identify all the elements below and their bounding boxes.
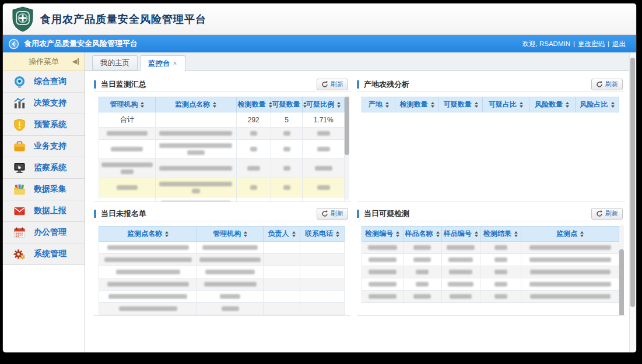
sidebar-item-decision-support[interactable]: 决策支持: [3, 93, 85, 114]
sidebar-item-business-support[interactable]: 业务支持: [3, 136, 85, 157]
redacted-text: [250, 131, 257, 136]
column-header-sortable[interactable]: 监测点名称: [155, 97, 236, 112]
separator: |: [573, 40, 575, 47]
redacted-text: [192, 189, 200, 193]
briefcase-icon: [13, 140, 26, 153]
redacted-text: [107, 131, 148, 136]
sort-icon: [336, 231, 339, 237]
table-row-redacted: [362, 254, 619, 266]
redacted-text: [247, 166, 260, 171]
panel-scrollbar-thumb[interactable]: [345, 97, 349, 155]
sidebar-item-office-management[interactable]: 办公管理: [3, 222, 85, 243]
redacted-text: [448, 257, 473, 262]
redacted-text: [368, 245, 397, 250]
redacted-text: [107, 245, 189, 250]
topbar: 食用农产品质量安全风险管理平台 欢迎, RSADMIN | 更改密码 | 退出: [3, 35, 636, 52]
sidebar-item-label: 办公管理: [34, 227, 66, 238]
redacted-text: [204, 282, 257, 287]
column-header-sortable[interactable]: 监测点名称: [99, 227, 197, 242]
column-header-sortable[interactable]: 管理机构: [99, 97, 156, 112]
column-header-sortable[interactable]: 可疑占比: [483, 97, 529, 112]
sort-icon: [337, 102, 341, 108]
redacted-text: [413, 257, 431, 262]
main-area: 我的主页 监控台 × 当日监测汇总 刷新: [85, 52, 636, 352]
page-scrollbar-thumb[interactable]: [630, 58, 635, 307]
column-header-sortable[interactable]: 检测数量: [395, 97, 439, 112]
column-header-sortable[interactable]: 联系电话: [300, 227, 345, 242]
column-header-sortable[interactable]: 产地: [362, 97, 395, 112]
warning-shield-icon: [13, 118, 26, 132]
back-button[interactable]: [8, 38, 19, 50]
sort-icon: [514, 231, 518, 237]
redacted-text: [220, 294, 240, 299]
refresh-icon: [321, 81, 328, 88]
redacted-text: [283, 147, 290, 151]
sidebar-collapse-button[interactable]: ◀: [72, 58, 79, 65]
sidebar-item-query[interactable]: 综合查询: [3, 71, 85, 93]
refresh-button[interactable]: 刷新: [591, 208, 623, 220]
redacted-text: [202, 245, 258, 250]
sidebar-item-system-management[interactable]: 系统管理: [3, 243, 85, 265]
redacted-text: [416, 282, 429, 287]
panel-scrollbar-track: [345, 96, 349, 200]
change-password-link[interactable]: 更改密码: [578, 40, 605, 48]
sidebar-item-warning-system[interactable]: 预警系统: [3, 114, 85, 136]
table-row-redacted: [99, 303, 345, 315]
sort-icon: [436, 231, 440, 237]
menu-header-label: 操作菜单: [29, 56, 59, 67]
column-header-sortable[interactable]: 风险数量: [529, 97, 575, 112]
refresh-icon: [321, 210, 328, 217]
sidebar-item-supervision-system[interactable]: 监察系统: [3, 157, 85, 179]
column-header-sortable[interactable]: 样品编号: [441, 227, 480, 242]
refresh-button[interactable]: 刷新: [317, 208, 348, 220]
column-header-sortable[interactable]: 管理机构: [197, 227, 264, 242]
sidebar-item-data-collection[interactable]: 数据采集: [3, 179, 85, 200]
column-header-sortable[interactable]: 检测结果: [480, 227, 521, 242]
panel-origin-pesticide-analysis: 产地农残分析 刷新 产地检测数量可疑数量可疑占比风险数量风险占比: [357, 77, 625, 202]
tab-home[interactable]: 我的主页: [92, 55, 138, 70]
accent-bar: [94, 80, 96, 89]
refresh-button[interactable]: 刷新: [317, 79, 348, 90]
panel-title: 当日可疑检测: [364, 208, 409, 219]
tab-monitor-console[interactable]: 监控台 ×: [140, 55, 185, 71]
redacted-text: [317, 131, 330, 136]
sort-icon: [566, 102, 569, 108]
panel-scrollbar-thumb[interactable]: [619, 249, 624, 316]
welcome-text: 欢迎, RSADMIN: [522, 40, 570, 48]
column-header-sortable[interactable]: 可疑数量: [439, 97, 483, 112]
column-header-sortable[interactable]: 负责人: [264, 227, 300, 242]
tab-close-icon[interactable]: ×: [173, 59, 177, 68]
redacted-text: [283, 131, 290, 136]
column-header-sortable[interactable]: 检测数量: [236, 97, 271, 112]
gears-icon: [13, 248, 26, 261]
table-row-redacted: [362, 242, 619, 254]
column-header-sortable[interactable]: 样品名称: [403, 227, 441, 242]
column-header-sortable[interactable]: 风险占比: [576, 97, 619, 112]
column-header-sortable[interactable]: 监测点: [521, 227, 619, 242]
redacted-text: [159, 131, 232, 136]
panel-header: 当日监测汇总 刷新: [94, 77, 350, 92]
refresh-label: 刷新: [605, 209, 618, 218]
redacted-text: [369, 294, 397, 299]
redacted-text: [494, 257, 507, 262]
refresh-icon: [596, 81, 603, 88]
sidebar-item-data-report[interactable]: 数据上报: [3, 200, 85, 222]
sort-icon: [580, 231, 584, 237]
topbar-title: 食用农产品质量安全风险管理平台: [24, 38, 138, 49]
redacted-text: [117, 185, 138, 190]
sort-icon: [520, 102, 523, 108]
logout-link[interactable]: 退出: [612, 40, 626, 48]
redacted-text: [529, 245, 611, 250]
table-row-redacted: [99, 291, 345, 303]
column-header-sortable[interactable]: 可疑比例: [303, 97, 345, 112]
refresh-button[interactable]: 刷新: [591, 79, 623, 90]
sort-icon: [244, 231, 247, 237]
tab-label: 监控台: [148, 59, 170, 69]
column-header-sortable[interactable]: 可疑数量: [271, 97, 303, 112]
column-header-sortable[interactable]: 检测编号: [362, 227, 404, 242]
table-row-redacted: [99, 140, 345, 159]
redacted-text: [116, 270, 180, 274]
app-window: 食用农产品质量安全风险管理平台 食用农产品质量安全风险管理平台 欢迎, RSAD…: [3, 3, 636, 352]
sidebar-menu-header: 操作菜单 ◀: [3, 52, 85, 71]
sidebar-item-label: 预警系统: [34, 119, 66, 130]
